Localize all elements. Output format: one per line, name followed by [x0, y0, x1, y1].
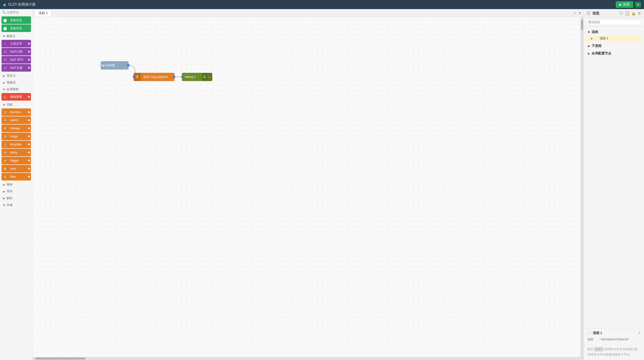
- tree-group-liucheng: ▼ 流程 ▶ 📄 流程 1: [586, 29, 642, 42]
- tree-group-quanju-label: 全局配置节点: [592, 51, 611, 56]
- node-template[interactable]: { template: [2, 141, 31, 148]
- node-range[interactable]: ℹ range: [2, 133, 31, 140]
- right-panel-header: ⓘ 信息 ⓘ 📋 🔒 ⚙: [584, 9, 644, 18]
- device-status-label: 设备状态: [9, 18, 31, 22]
- threshold-alarm-port: [28, 96, 30, 98]
- sidebar-group-jiexi-title[interactable]: ► 解析: [0, 195, 33, 201]
- change1-port-right[interactable]: [173, 76, 175, 78]
- inject1-label: 时间戳: [106, 63, 115, 68]
- sidebar-group-dizhiyun-title[interactable]: ► 地玄云: [0, 72, 33, 79]
- node-function[interactable]: ƒ function: [2, 108, 31, 116]
- sidebar-group-xulie-title[interactable]: ► 序列: [0, 188, 33, 195]
- canvas-area[interactable]: ▶ 时间戳 ✗ 设定 msg.payload debug 1: [33, 17, 584, 360]
- sidebar-group-shipinliu-label: 视频流: [7, 80, 16, 85]
- trigger-port: [28, 160, 30, 162]
- bottom-icon: 📄: [587, 331, 591, 335]
- inject1-port-right[interactable]: [127, 64, 130, 67]
- chevron-down-icon3: ▼: [3, 103, 6, 107]
- chevron-down-icon5: ▼: [587, 30, 591, 34]
- function-port: [28, 111, 30, 113]
- tree-item-flow1-label: 流程 1: [600, 36, 608, 41]
- sidebar-group-jishucloud-nodes: ↑ 上传文件 ⬡ AIoT订阅 ⬡ AIoT RTU ⬡ AIoT主题: [0, 40, 33, 72]
- aiot-rtu-port: [28, 59, 30, 61]
- node-change[interactable]: ✗ change: [2, 125, 31, 132]
- sidebar-search-input[interactable]: [7, 11, 30, 14]
- deploy-icon: ▶: [619, 3, 622, 6]
- filter-label: filter: [9, 175, 31, 178]
- debug1-list-btn[interactable]: ☰: [202, 73, 207, 81]
- right-panel-lock-btn[interactable]: 🔒: [631, 11, 636, 15]
- node-threshold-alarm[interactable]: ⚠ 阈值预警: [2, 93, 31, 101]
- horizontal-scrollbar-thumb[interactable]: [35, 357, 86, 359]
- deploy-button[interactable]: ▶ 部署: [616, 1, 633, 8]
- main-layout: 🔍 ⬤ 设备状态 ⬤ 设备信息 ▼ 极数云 ↑ 上传文件: [0, 9, 644, 360]
- right-panel-info-btn[interactable]: ⓘ: [620, 11, 623, 16]
- vertical-scrollbar[interactable]: [580, 17, 584, 357]
- debug1-square-btn[interactable]: □: [207, 73, 212, 81]
- flow-node-inject1[interactable]: ▶ 时间戳: [101, 61, 129, 69]
- sidebar-group-jiance-title[interactable]: ▼ 监测预警: [0, 86, 33, 93]
- node-delay[interactable]: ⊙ delay: [2, 149, 31, 156]
- tab-add-button[interactable]: +: [574, 11, 576, 15]
- sidebar-group-gongneng-title[interactable]: ▼ 功能: [0, 101, 33, 108]
- tree-group-ziliucheng-label: 子流程: [592, 44, 601, 48]
- node-device-status[interactable]: ⬤ 设备状态: [2, 16, 31, 24]
- bottom-title: 流程 1: [593, 331, 636, 335]
- flow-node-change1[interactable]: ✗ 设定 msg.payload: [134, 73, 174, 81]
- right-panel-search-input[interactable]: [586, 19, 641, 25]
- node-upload-file[interactable]: ↑ 上传文件: [2, 40, 31, 47]
- sidebar-group-wangluo-title[interactable]: ► 网络: [0, 181, 33, 188]
- tab-chevron-button[interactable]: ▼: [578, 11, 581, 15]
- sidebar-group-shipinliu-title[interactable]: ► 视频流: [0, 79, 33, 86]
- flow1-doc-icon: 📄: [594, 37, 598, 40]
- vertical-scrollbar-thumb[interactable]: [581, 20, 583, 30]
- sidebar-group-jishucloud-title[interactable]: ▼ 极数云: [0, 33, 33, 39]
- node-aiot-subscribe[interactable]: ⬡ AIoT订阅: [2, 48, 31, 55]
- chevron-right-icon2: ►: [3, 81, 6, 84]
- tab-flow1[interactable]: 流程 1: [35, 10, 52, 17]
- inject1-port-left[interactable]: [100, 64, 102, 67]
- node-aiot-rtu[interactable]: ⬡ AIoT RTU: [2, 56, 31, 64]
- tree-group-ziliucheng-title[interactable]: ► 子流程: [586, 43, 642, 49]
- right-panel-bottom-header: 📄 流程 1 ↗: [587, 331, 640, 335]
- right-panel-title: 信息: [592, 11, 618, 16]
- tab-bar: 流程 1 + ▼: [33, 9, 584, 17]
- delay-icon: ⊙: [2, 149, 9, 156]
- node-trigger[interactable]: ⚡ trigger: [2, 157, 31, 164]
- chevron-down-icon4: ▼: [3, 203, 6, 207]
- sidebar-group-jishucloud-label: 极数云: [7, 34, 16, 38]
- sidebar-group-gongneng-nodes: ƒ function ≚ switch ✗ change ℹ range {: [0, 108, 33, 181]
- flow1-icon: ▶: [591, 37, 593, 40]
- sidebar-group-xulie-label: 序列: [7, 189, 13, 194]
- deploy-label: 部署: [623, 2, 630, 7]
- sidebar-group-jiance-label: 监测预警: [7, 87, 19, 92]
- chevron-right-icon4: ►: [3, 190, 6, 193]
- change1-port-left[interactable]: [133, 76, 135, 78]
- flow-node-debug1[interactable]: debug 1 ☰ □: [182, 73, 212, 81]
- sidebar-group-dizhiyun-label: 地玄云: [7, 74, 16, 78]
- sidebar-group-cunchun-title[interactable]: ▼ 存储: [0, 201, 33, 208]
- switch-icon: ≚: [2, 116, 9, 124]
- inject1-arrow: ▶: [103, 64, 105, 67]
- node-switch[interactable]: ≚ switch: [2, 116, 31, 124]
- right-panel-settings-btn[interactable]: ⚙: [638, 11, 641, 15]
- tree-item-flow1[interactable]: ▶ 📄 流程 1: [586, 35, 642, 42]
- node-filter[interactable]: ℹ filter: [2, 173, 31, 181]
- search-icon: 🔍: [2, 11, 6, 14]
- tree-group-liucheng-title[interactable]: ▼ 流程: [586, 29, 642, 35]
- function-icon: ƒ: [2, 108, 9, 116]
- node-aiot-theme[interactable]: ⬡ AIoT主题: [2, 64, 31, 72]
- right-panel-copy-btn[interactable]: 📋: [625, 11, 629, 15]
- deploy-arrow-button[interactable]: ▾: [635, 2, 641, 8]
- debug1-port-left[interactable]: [181, 76, 183, 78]
- horizontal-scrollbar[interactable]: [33, 357, 584, 360]
- node-exec[interactable]: ⚙ exec: [2, 165, 31, 172]
- sidebar-search-container: 🔍: [0, 9, 33, 16]
- hint-prefix: 按住: [587, 347, 594, 351]
- bottom-expand-icon[interactable]: ↗: [638, 331, 640, 335]
- switch-port: [28, 119, 30, 121]
- node-device-info[interactable]: ⬤ 设备信息: [2, 24, 31, 32]
- change1-label: 设定 msg.payload: [141, 75, 174, 79]
- filter-icon: ℹ: [2, 173, 9, 181]
- tree-group-quanju-title[interactable]: ► 全局配置节点: [586, 50, 642, 57]
